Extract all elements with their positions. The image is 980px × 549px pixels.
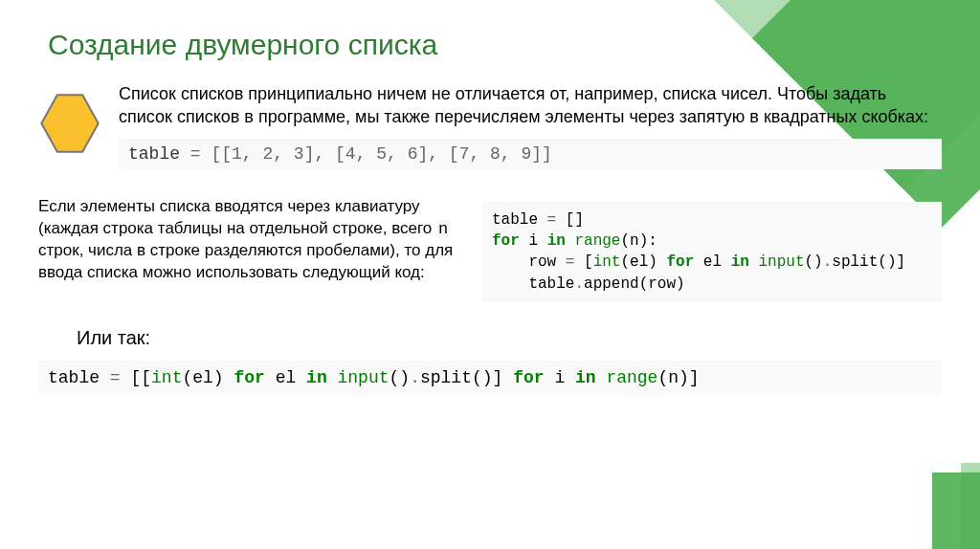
code1-lhs: table xyxy=(128,144,190,164)
input-paragraph: Если элементы списка вводятся через клав… xyxy=(38,196,459,285)
intro-text-col: Список списков принципиально ничем не от… xyxy=(119,82,942,169)
para2-n: n xyxy=(436,220,450,238)
code1-eq: = xyxy=(190,144,212,164)
or-label: Или так: xyxy=(77,327,942,349)
slide: Создание двумерного списка Список списко… xyxy=(0,0,980,549)
slide-title: Создание двумерного списка xyxy=(48,29,942,61)
para2-a: Если элементы списка вводятся через клав… xyxy=(38,197,436,237)
para2-b: строк, числа в строке разделяются пробел… xyxy=(38,241,453,281)
code-block-2: table = [] for i in range(n): row = [int… xyxy=(482,202,942,303)
intro-row: Список списков принципиально ничем не от… xyxy=(38,82,942,169)
intro-paragraph: Список списков принципиально ничем не от… xyxy=(119,82,942,129)
input-row: Если элементы списка вводятся через клав… xyxy=(38,196,942,303)
hexagon-icon xyxy=(38,92,101,155)
code-block-3: table = [[int(el) for el in input().spli… xyxy=(38,361,942,395)
svg-marker-0 xyxy=(41,95,98,151)
code-block-1: table = [[1, 2, 3], [4, 5, 6], [7, 8, 9]… xyxy=(119,139,942,169)
code1-rhs: [[1, 2, 3], [4, 5, 6], [7, 8, 9]] xyxy=(211,144,551,164)
